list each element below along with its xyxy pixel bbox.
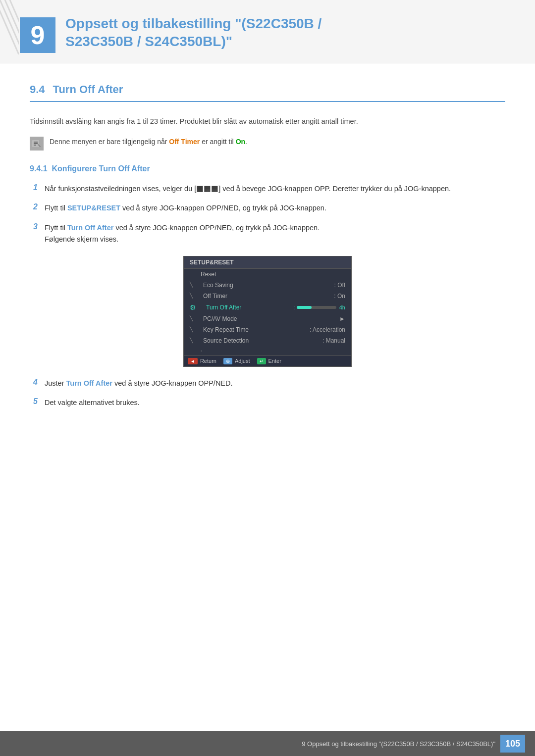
note-icon [30, 137, 44, 151]
chapter-number: 9 [20, 17, 55, 53]
section-number: 9.4 [30, 83, 45, 96]
section-description: Tidsinnstilt avslåing kan angis fra 1 ti… [30, 116, 505, 127]
osd-row-offtimer: ╲ Off Timer : On [184, 291, 351, 302]
step-1-number: 1 [30, 183, 38, 192]
step-2-number: 2 [30, 202, 38, 211]
osd-enter-btn: ↵ Enter [257, 358, 281, 364]
osd-title-bar: SETUP&RESET [184, 256, 351, 269]
page-header: 9 Oppsett og tilbakestilling "(S22C350B … [0, 0, 535, 63]
step-1: 1 Når funksjonstastveiledningen vises, v… [30, 183, 505, 195]
osd-row-keyrepeat: ╲ Key Repeat Time : Acceleration [184, 324, 351, 335]
header-title: Oppsett og tilbakestilling "(S22C350B / … [65, 15, 321, 51]
osd-row-reset: Reset [184, 269, 351, 280]
page-footer: 9 Oppsett og tilbakestilling "(S22C350B … [0, 731, 535, 756]
steps-list: 1 Når funksjonstastveiledningen vises, v… [30, 183, 505, 408]
step-1-text: Når funksjonstastveiledningen vises, vel… [45, 183, 451, 195]
subsection-title: 9.4.1 Konfigurere Turn Off After [30, 164, 505, 173]
step-2-text: Flytt til SETUP&RESET ved å styre JOG-kn… [45, 202, 326, 214]
osd-row-sourcedetect: ╲ Source Detection : Manual [184, 335, 351, 346]
footer-page-number: 105 [500, 735, 525, 753]
osd-slider-fill [297, 306, 312, 309]
step-4-number: 4 [30, 378, 38, 387]
osd-adjust-btn: ⊕ Adjust [223, 358, 250, 364]
section-title: 9.4 Turn Off After [30, 83, 505, 102]
osd-row-turnoffafter: ⚙ Turn Off After : 4h [184, 302, 351, 313]
step-2: 2 Flytt til SETUP&RESET ved å styre JOG-… [30, 202, 505, 214]
osd-slider [297, 306, 336, 309]
step-4: 4 Juster Turn Off After ved å styre JOG-… [30, 378, 505, 389]
section-name: Turn Off After [53, 83, 123, 96]
step-3-number: 3 [30, 222, 38, 231]
osd-row-pcav: ╲ PC/AV Mode ► [184, 313, 351, 324]
note-text: Denne menyen er bare tilgjengelig når Of… [50, 136, 247, 147]
osd-screenshot: SETUP&RESET Reset ╲ Eco Saving : Off ╲ O… [30, 256, 505, 367]
step-3-text: Flytt til Turn Off After ved å styre JOG… [45, 222, 320, 245]
step-4-text: Juster Turn Off After ved å styre JOG-kn… [45, 378, 233, 389]
footer-text: 9 Oppsett og tilbakestilling "(S22C350B … [302, 740, 495, 748]
step-3: 3 Flytt til Turn Off After ved å styre J… [30, 222, 505, 245]
main-content: 9.4 Turn Off After Tidsinnstilt avslåing… [0, 63, 535, 458]
osd-menu: SETUP&RESET Reset ╲ Eco Saving : Off ╲ O… [183, 256, 352, 367]
step-5-number: 5 [30, 397, 38, 406]
osd-row-eco: ╲ Eco Saving : Off [184, 280, 351, 291]
osd-return-btn: ◄ Return [188, 358, 216, 364]
step-5: 5 Det valgte alternativet brukes. [30, 397, 505, 408]
step-5-text: Det valgte alternativet brukes. [45, 397, 140, 408]
note-box: Denne menyen er bare tilgjengelig når Of… [30, 136, 505, 151]
osd-row-more: ◦ [184, 346, 351, 355]
osd-bottom-bar: ◄ Return ⊕ Adjust ↵ Enter [184, 355, 351, 366]
